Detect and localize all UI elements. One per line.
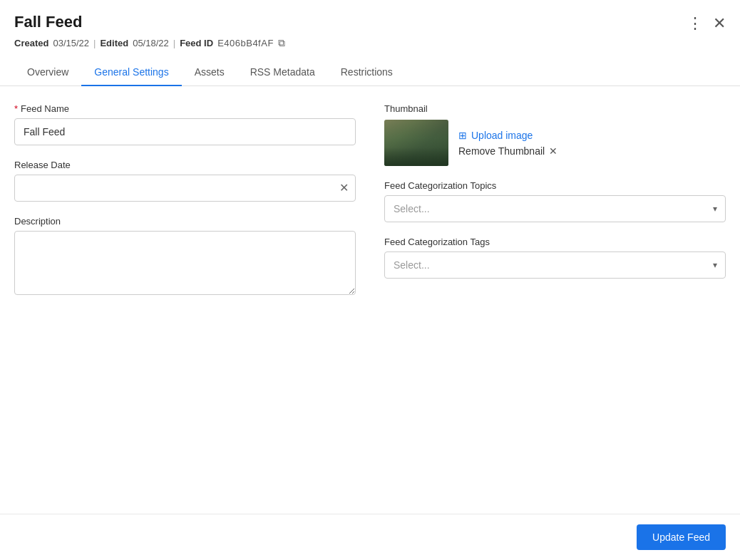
remove-thumbnail-link[interactable]: Remove Thumbnail ✕	[458, 145, 557, 157]
copy-icon[interactable]: ⧉	[278, 37, 285, 49]
tab-overview[interactable]: Overview	[14, 59, 81, 86]
tab-rss-metadata[interactable]: RSS Metadata	[237, 59, 328, 86]
update-feed-button[interactable]: Update Feed	[637, 524, 726, 550]
topics-select[interactable]: Select...	[384, 195, 726, 222]
thumbnail-content: ⊞ Upload image Remove Thumbnail ✕	[384, 120, 726, 166]
thumbnail-section: Thumbnail ⊞ Upload image Remove Thumbnai…	[384, 103, 726, 166]
upload-icon: ⊞	[458, 130, 467, 141]
tab-restrictions[interactable]: Restrictions	[328, 59, 406, 86]
close-button[interactable]: ✕	[713, 16, 726, 31]
tags-label: Feed Categorization Tags	[384, 237, 726, 247]
feed-name-label: *Feed Name	[14, 103, 356, 114]
tab-general-settings[interactable]: General Settings	[81, 59, 181, 86]
tags-group: Feed Categorization Tags Select... ▾	[384, 237, 726, 279]
tags-select[interactable]: Select...	[384, 252, 726, 279]
feed-id-value: E406bB4fAF	[217, 38, 274, 48]
tags-select-wrapper: Select... ▾	[384, 252, 726, 279]
remove-x-icon: ✕	[549, 145, 557, 157]
separator-2: |	[173, 38, 175, 48]
header: Fall Feed Created 03/15/22 | Edited 05/1…	[0, 0, 740, 49]
separator-1: |	[93, 38, 96, 48]
clear-date-button[interactable]: ✕	[339, 182, 349, 194]
edited-date: 05/18/22	[133, 38, 169, 48]
feed-name-input[interactable]	[14, 118, 356, 145]
topics-select-wrapper: Select... ▾	[384, 195, 726, 222]
left-column: *Feed Name Release Date ✕ Description	[14, 103, 356, 497]
release-date-group: Release Date ✕	[14, 160, 356, 202]
created-date: 03/15/22	[53, 38, 89, 48]
page-container: Fall Feed Created 03/15/22 | Edited 05/1…	[0, 0, 740, 560]
main-content: *Feed Name Release Date ✕ Description	[0, 86, 740, 514]
feed-name-group: *Feed Name	[14, 103, 356, 145]
tabs-container: Overview General Settings Assets RSS Met…	[0, 59, 740, 86]
feed-id-label: Feed ID	[180, 38, 213, 48]
required-star: *	[14, 103, 18, 114]
tab-assets[interactable]: Assets	[182, 59, 237, 86]
right-column: Thumbnail ⊞ Upload image Remove Thumbnai…	[384, 103, 726, 497]
thumbnail-actions: ⊞ Upload image Remove Thumbnail ✕	[458, 130, 557, 157]
topics-label: Feed Categorization Topics	[384, 180, 726, 191]
header-actions: ⋮ ✕	[687, 13, 726, 31]
more-options-button[interactable]: ⋮	[687, 16, 703, 31]
description-group: Description	[14, 216, 356, 295]
topics-group: Feed Categorization Topics Select... ▾	[384, 180, 726, 222]
edited-label: Edited	[100, 38, 128, 48]
thumbnail-label: Thumbnail	[384, 103, 726, 114]
description-label: Description	[14, 216, 356, 227]
release-date-wrapper: ✕	[14, 175, 356, 202]
release-date-label: Release Date	[14, 160, 356, 170]
page-title: Fall Feed	[14, 13, 285, 31]
upload-image-link[interactable]: ⊞ Upload image	[458, 130, 557, 141]
created-label: Created	[14, 38, 48, 48]
description-input[interactable]	[14, 231, 356, 295]
thumbnail-image	[384, 120, 448, 166]
footer: Update Feed	[0, 514, 740, 560]
meta-info: Created 03/15/22 | Edited 05/18/22 | Fee…	[14, 37, 285, 49]
header-left: Fall Feed Created 03/15/22 | Edited 05/1…	[14, 13, 285, 49]
release-date-input[interactable]	[14, 175, 356, 202]
